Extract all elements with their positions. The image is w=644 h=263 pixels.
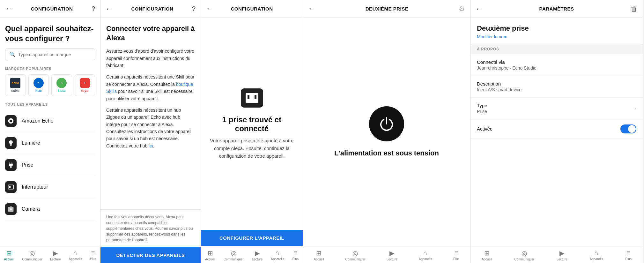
panel5-bottom-nav: ⊞ Accueil ◎ Communiquer ▶ Lecture ⌂ Appa…: [470, 246, 643, 263]
settings-row-left-activee: Activée: [477, 126, 492, 132]
svg-rect-4: [8, 185, 14, 189]
panel-device-selection: ← CONFIGURATION ? Quel appareil souhaite…: [0, 0, 100, 263]
panel2-help-button[interactable]: ?: [192, 5, 196, 12]
nav5-lecture-label: Lecture: [557, 258, 567, 261]
search-box[interactable]: 🔍: [5, 49, 95, 60]
activee-toggle[interactable]: [620, 124, 636, 133]
amazon-logo-icon: echo: [10, 78, 20, 88]
nav3-lecture[interactable]: ▶ Lecture: [249, 249, 265, 262]
nav-communiquer-label: Communiquer: [22, 258, 42, 261]
switch-device-icon: [5, 181, 17, 193]
device-item-camera[interactable]: Caméra: [5, 198, 95, 220]
nav-appareils-label: Appareils: [69, 257, 82, 261]
panel3-back-button[interactable]: ←: [206, 5, 213, 12]
panel3-main-content: 1 prise trouvé et connecté Votre apparei…: [201, 18, 303, 230]
connected-via-label: Connecté via: [477, 59, 537, 65]
connected-via-value: Jean-christophe · Echo Studio: [477, 65, 537, 71]
panel3-header: ← CONFIGURATION: [201, 0, 303, 18]
camera-device-icon: [5, 203, 17, 215]
nav4-plus[interactable]: ≡ Plus: [451, 249, 462, 262]
device-item-echo[interactable]: Amazon Echo: [5, 110, 95, 132]
nav5-communiquer-label: Communiquer: [514, 258, 534, 261]
home4-icon: ⊞: [316, 249, 322, 257]
settings-row-type[interactable]: Type Prise ›: [470, 98, 643, 119]
panel4-back-button[interactable]: ←: [308, 5, 315, 12]
panel3-bottom-nav: ⊞ Accueil ◎ Communiquer ▶ Lecture ⌂ Appa…: [201, 246, 303, 263]
panel4-bottom-nav: ⊞ Accueil ◎ Communiquer ▶ Lecture ⌂ Appa…: [303, 246, 470, 263]
nav5-appareils[interactable]: ⌂ Appareils: [587, 249, 606, 262]
tuya-logo-icon: T: [80, 78, 90, 88]
panel1-bottom-nav: ⊞ Accueil ◎ Communiquer ▶ Lecture ⌂ Appa…: [0, 246, 100, 263]
panel-power-status: ← DEUXIÈME PRISE ⚙ L'alimentation est so…: [303, 0, 470, 263]
device-item-prise[interactable]: Prise: [5, 154, 95, 176]
brand-amazon[interactable]: echo echo: [5, 74, 26, 96]
panel5-scroll-content: Deuxième prise Modifier le nom À PROPOS …: [470, 18, 643, 246]
communicate5-icon: ◎: [522, 249, 527, 257]
svg-point-1: [10, 120, 12, 122]
panel-settings: ← PARAMÈTRES 🗑 Deuxième prise Modifier l…: [470, 0, 643, 263]
nav3-accueil[interactable]: ⊞ Accueil: [203, 249, 218, 262]
nav-communiquer[interactable]: ◎ Communiquer: [20, 249, 45, 262]
device-interrupteur-label: Interrupteur: [22, 184, 48, 190]
panel2-back-button[interactable]: ←: [106, 5, 113, 12]
settings-row-connected-via: Connecté via Jean-christophe · Echo Stud…: [470, 54, 643, 76]
boutique-skills-link[interactable]: boutique Skills: [106, 82, 193, 94]
toggle-knob: [628, 125, 636, 133]
nav-accueil-label: Accueil: [4, 258, 14, 261]
search-input[interactable]: [18, 52, 91, 57]
nav4-accueil-label: Accueil: [314, 258, 324, 261]
panel1-scroll-content: Quel appareil souhaitez-vous configurer …: [0, 18, 100, 246]
panel-connect-alexa: ← CONFIGURATION ? Connecter votre appare…: [100, 0, 201, 263]
settings-edit-name-link[interactable]: Modifier le nom: [477, 34, 507, 39]
search-icon: 🔍: [9, 51, 16, 57]
device-item-lumiere[interactable]: Lumière: [5, 132, 95, 154]
nav-plus[interactable]: ≡ Plus: [87, 249, 99, 262]
nav5-lecture[interactable]: ▶ Lecture: [554, 249, 570, 262]
power-button-circle[interactable]: [369, 106, 404, 141]
device-lumiere-label: Lumière: [22, 140, 40, 146]
device-item-interrupteur[interactable]: Interrupteur: [5, 176, 95, 198]
bulb-device-icon: [5, 137, 17, 149]
brand-tuya[interactable]: T tuya: [75, 74, 95, 96]
trash-icon[interactable]: 🗑: [631, 5, 638, 13]
panel3-title: CONFIGURATION: [213, 6, 291, 11]
play-icon: ▶: [53, 249, 58, 257]
panel2-title: CONFIGURATION: [113, 6, 192, 11]
nav5-communiquer[interactable]: ◎ Communiquer: [512, 249, 537, 262]
nav4-appareils[interactable]: ⌂ Appareils: [416, 249, 434, 262]
nav5-plus-label: Plus: [625, 257, 631, 261]
nav-lecture-label: Lecture: [50, 258, 61, 261]
brand-amazon-label: echo: [11, 89, 19, 93]
ici-link[interactable]: ici: [149, 143, 153, 148]
nav3-communiquer[interactable]: ◎ Communiquer: [221, 249, 246, 262]
brand-tuya-label: tuya: [81, 89, 88, 93]
brand-philips[interactable]: P hue: [28, 74, 49, 96]
communicate3-icon: ◎: [231, 249, 236, 257]
brand-kasa[interactable]: K kasa: [51, 74, 72, 96]
nav3-appareils-label: Appareils: [271, 257, 284, 261]
svg-rect-9: [255, 95, 256, 99]
settings-device-name: Deuxième prise: [477, 24, 636, 33]
configure-device-button[interactable]: CONFIGURER L'APPAREIL: [201, 230, 303, 246]
nav4-accueil[interactable]: ⊞ Accueil: [311, 249, 326, 262]
home-icon: ⊞: [6, 249, 12, 257]
more-icon: ≡: [91, 249, 95, 257]
nav-plus-label: Plus: [90, 257, 96, 261]
panel1-help-button[interactable]: ?: [92, 5, 95, 12]
panel5-back-button[interactable]: ←: [476, 5, 483, 12]
nav-lecture[interactable]: ▶ Lecture: [48, 249, 63, 262]
nav3-accueil-label: Accueil: [205, 258, 215, 261]
panel4-header: ← DEUXIÈME PRISE ⚙: [303, 0, 470, 18]
settings-row-left-connected: Connecté via Jean-christophe · Echo Stud…: [477, 59, 537, 71]
nav5-accueil[interactable]: ⊞ Accueil: [479, 249, 494, 262]
nav5-plus[interactable]: ≡ Plus: [623, 249, 634, 262]
nav-accueil[interactable]: ⊞ Accueil: [1, 249, 17, 262]
nav3-appareils[interactable]: ⌂ Appareils: [268, 249, 287, 262]
nav-appareils[interactable]: ⌂ Appareils: [66, 249, 85, 262]
panel1-back-button[interactable]: ←: [5, 5, 12, 12]
detect-devices-button[interactable]: DÉTECTER DES APPAREILS: [100, 247, 201, 263]
nav3-plus[interactable]: ≡ Plus: [290, 249, 301, 262]
gear-icon[interactable]: ⚙: [459, 5, 465, 13]
nav4-communiquer[interactable]: ◎ Communiquer: [343, 249, 368, 262]
nav4-lecture[interactable]: ▶ Lecture: [384, 249, 400, 262]
